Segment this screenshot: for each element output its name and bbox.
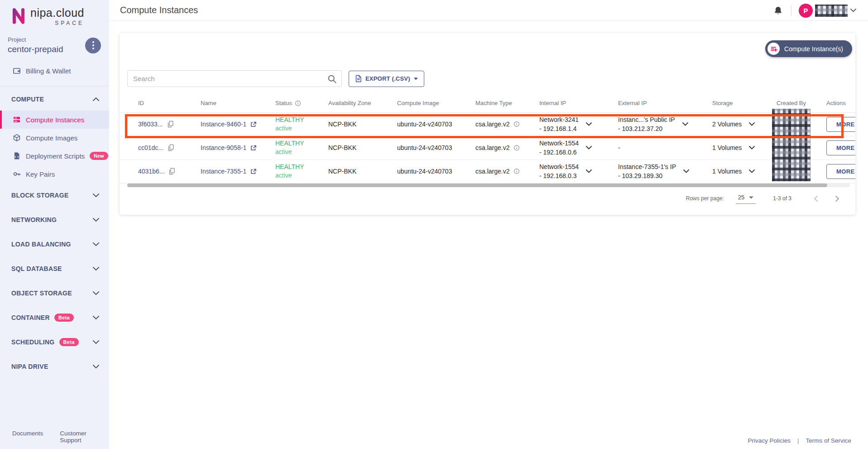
sidebar-item-deployment-scripts[interactable]: Deployment Scripts New	[0, 147, 109, 165]
documents-link[interactable]: Documents	[12, 430, 43, 444]
instances-card: Compute Instance(s)	[120, 33, 855, 215]
col-header-name[interactable]: Name	[201, 94, 275, 112]
sidebar-section-block-storage[interactable]: BLOCK STORAGE	[0, 183, 109, 208]
chevron-down-icon[interactable]	[749, 146, 755, 150]
search-icon[interactable]	[327, 74, 337, 86]
avatar[interactable]: P	[799, 4, 813, 18]
image-value: ubuntu-24-v240703	[397, 136, 475, 159]
chevron-down-icon[interactable]	[586, 122, 592, 126]
sidebar-section-scheduling[interactable]: SCHEDULING Beta	[0, 330, 109, 354]
export-csv-button[interactable]: EXPORT (.CSV)	[349, 71, 424, 87]
beta-badge: Beta	[59, 338, 79, 346]
project-name: centor-prepaid	[8, 44, 63, 54]
project-block: Project centor-prepaid	[0, 26, 109, 54]
search-box	[127, 70, 342, 87]
instance-name-link[interactable]: Instance-9460-1	[201, 121, 246, 128]
cube-icon	[13, 134, 21, 142]
chevron-down-icon[interactable]	[586, 146, 592, 150]
more-actions-button[interactable]: MORE	[826, 164, 855, 179]
instance-id-link[interactable]: 4031b6...	[138, 168, 164, 175]
project-menu-button[interactable]	[85, 38, 101, 53]
col-header-machine-type[interactable]: Machine Type	[475, 94, 539, 112]
create-compute-instance-button[interactable]: Compute Instance(s)	[765, 40, 852, 57]
chevron-down-icon[interactable]	[682, 122, 688, 126]
col-header-status[interactable]: Status	[275, 94, 328, 112]
internal-network: Network-1554	[539, 139, 579, 148]
chevron-down-icon[interactable]	[586, 169, 592, 173]
export-button-label: EXPORT (.CSV)	[365, 75, 410, 82]
sidebar-section-compute[interactable]: COMPUTE	[0, 88, 109, 111]
internal-network: Network-3241	[539, 115, 579, 124]
copy-icon[interactable]	[168, 168, 175, 175]
chevron-down-icon	[93, 340, 99, 344]
col-header-external-ip[interactable]: External IP	[618, 94, 712, 112]
chevron-down-icon	[93, 218, 99, 222]
account-chevron-down-icon[interactable]	[850, 9, 856, 12]
beta-badge: Beta	[54, 314, 74, 322]
sidebar-section-container[interactable]: CONTAINER Beta	[0, 305, 109, 330]
col-header-id[interactable]: ID	[120, 94, 201, 112]
instance-name-link[interactable]: Instance-7355-1	[201, 168, 246, 175]
sidebar-section-sql-database[interactable]: SQL DATABASE	[0, 256, 109, 281]
storage-value: 1 Volumes	[712, 168, 742, 175]
sidebar-item-key-pairs[interactable]: Key Pairs	[0, 165, 109, 183]
table-row[interactable]: 3f6033... Instance-9460-1 HEALTHY active…	[120, 112, 855, 136]
col-header-internal-ip[interactable]: Internal IP	[539, 94, 618, 112]
instance-id-link[interactable]: cc01dc...	[138, 144, 163, 151]
chevron-down-icon[interactable]	[749, 122, 755, 126]
copy-icon[interactable]	[168, 144, 174, 151]
external-link-icon[interactable]	[250, 169, 256, 174]
external-link-icon[interactable]	[250, 121, 256, 127]
rows-per-page-label: Rows per page:	[686, 195, 724, 202]
rows-per-page-select[interactable]: 25	[736, 193, 756, 204]
sidebar-section-object-storage[interactable]: OBJECT STORAGE	[0, 281, 109, 305]
status-value: HEALTHY	[275, 116, 328, 124]
sidebar-section-load-balancing[interactable]: LOAD BALANCING	[0, 232, 109, 256]
next-page-button[interactable]	[830, 192, 844, 205]
customer-support-link[interactable]: Customer Support	[60, 430, 109, 444]
key-icon	[13, 170, 21, 178]
brand-logo[interactable]: nipa.cloud SPACE	[0, 0, 109, 26]
col-header-actions[interactable]: Actions	[826, 94, 855, 112]
info-icon[interactable]	[513, 145, 520, 151]
sidebar: nipa.cloud SPACE Project centor-prepaid …	[0, 0, 109, 449]
section-label: CONTAINER	[11, 314, 50, 321]
section-label: NIPA DRIVE	[11, 363, 48, 370]
info-icon[interactable]	[513, 121, 520, 127]
info-icon[interactable]	[295, 100, 301, 106]
instances-table: ID Name Status Availability Zone Compute…	[120, 94, 855, 189]
chevron-down-icon[interactable]	[749, 169, 755, 173]
footer-separator: |	[797, 437, 799, 444]
sidebar-item-billing-wallet[interactable]: Billing & Wallet	[0, 62, 109, 80]
sidebar-section-networking[interactable]: NETWORKING	[0, 208, 109, 232]
external-link-icon[interactable]	[250, 145, 256, 151]
nipa-logo-icon	[11, 6, 26, 24]
section-label: SCHEDULING	[11, 338, 55, 346]
previous-page-button[interactable]	[809, 192, 822, 205]
app-root: nipa.cloud SPACE Project centor-prepaid …	[0, 0, 868, 449]
horizontal-scrollbar[interactable]	[127, 183, 850, 187]
topbar-divider	[791, 5, 791, 16]
col-header-image[interactable]: Compute Image	[397, 94, 475, 112]
search-input[interactable]	[128, 75, 341, 82]
info-icon[interactable]	[513, 168, 520, 174]
instance-id-link[interactable]: 3f6033...	[138, 121, 163, 128]
scrollbar-thumb[interactable]	[127, 183, 827, 187]
privacy-policies-link[interactable]: Privacy Policies	[748, 437, 791, 444]
col-header-zone[interactable]: Availability Zone	[328, 94, 397, 112]
chevron-down-icon[interactable]	[683, 169, 689, 173]
legal-footer: Privacy Policies | Terms of Service	[748, 437, 851, 444]
more-actions-button[interactable]: MORE	[826, 117, 855, 132]
notification-bell-icon[interactable]	[773, 6, 783, 15]
more-actions-button[interactable]: MORE	[826, 140, 855, 155]
table-row[interactable]: cc01dc... Instance-9058-1 HEALTHY active…	[120, 136, 855, 159]
copy-icon[interactable]	[167, 121, 174, 128]
instance-name-link[interactable]: Instance-9058-1	[201, 144, 246, 151]
col-header-storage[interactable]: Storage	[712, 94, 777, 112]
status-substate: active	[275, 171, 328, 180]
sidebar-item-compute-instances[interactable]: Compute Instances	[0, 111, 109, 129]
terms-of-service-link[interactable]: Terms of Service	[806, 437, 851, 444]
sidebar-section-nipa-drive[interactable]: NIPA DRIVE	[0, 354, 109, 379]
table-row[interactable]: 4031b6... Instance-7355-1 HEALTHY active…	[120, 159, 855, 183]
sidebar-item-compute-images[interactable]: Compute Images	[0, 129, 109, 147]
